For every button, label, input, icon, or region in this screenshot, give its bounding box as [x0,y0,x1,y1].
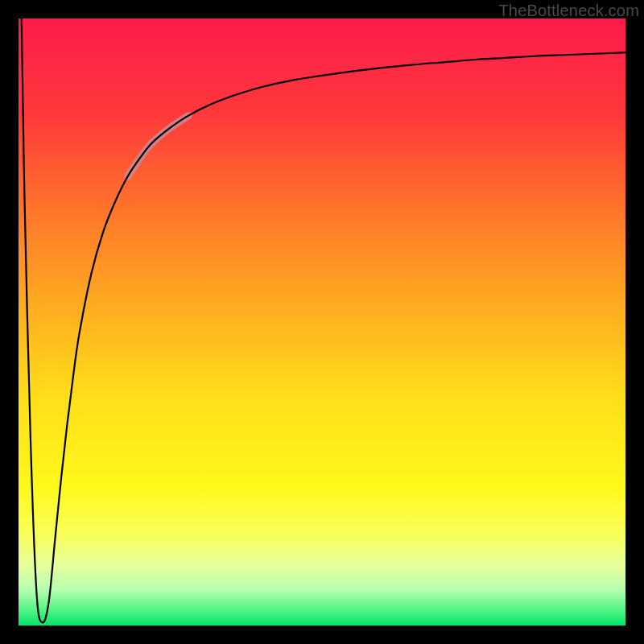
chart-frame: TheBottleneck.com [0,0,644,644]
watermark-text: TheBottleneck.com [498,2,639,20]
gradient-background [19,19,625,625]
plot-area [19,19,625,625]
plot-svg [19,19,625,625]
